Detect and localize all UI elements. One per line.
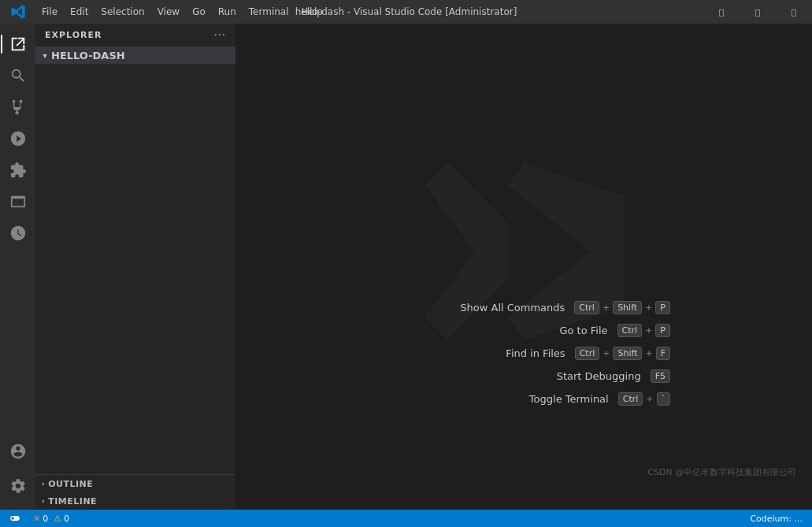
key-ctrl-4: Ctrl (618, 392, 643, 406)
shortcut-label-debug: Start Debugging (557, 370, 641, 382)
extensions-activity-icon[interactable] (4, 156, 32, 184)
menu-file[interactable]: File (35, 3, 64, 20)
remote-explorer-activity-icon[interactable] (4, 187, 32, 216)
csdn-watermark: CSDN @中亿丰数字科技集团有限公司 (647, 466, 796, 478)
editor-area: Show All Commands Ctrl + Shift + P Go to… (236, 24, 812, 510)
key-ctrl-2: Ctrl (617, 324, 643, 337)
shortcut-find-files: Find in Files Ctrl + Shift + F (460, 347, 670, 360)
timeline-arrow: › (42, 497, 45, 505)
main-area: EXPLORER ··· ▾ HELLO-DASH › OUTLINE › TI… (0, 24, 812, 510)
shortcuts-panel: Show All Commands Ctrl + Shift + P Go to… (460, 301, 670, 415)
explorer-tree: ▾ HELLO-DASH (35, 46, 235, 474)
status-bar: ✕ 0 ⚠ 0 Codeium: ... (0, 510, 812, 527)
remote-status-item[interactable] (6, 510, 24, 527)
warning-icon: ⚠ (54, 514, 61, 524)
activity-bar (0, 24, 35, 510)
outline-arrow: › (42, 480, 45, 488)
menu-edit[interactable]: Edit (64, 3, 95, 20)
warning-count: 0 (64, 514, 69, 524)
shortcut-debug: Start Debugging F5 (460, 369, 670, 383)
menu-help[interactable]: Help (295, 3, 329, 20)
error-icon: ✕ (33, 514, 40, 524)
shortcut-keys-find-files: Ctrl + Shift + F (575, 347, 670, 360)
shortcut-label-show-commands: Show All Commands (460, 302, 565, 314)
error-count: 0 (43, 514, 48, 524)
status-bar-right: Codeium: ... (747, 510, 806, 527)
shortcut-keys-go-to-file: Ctrl + P (617, 324, 670, 337)
key-shift-3: Shift (613, 347, 642, 360)
accounts-activity-icon[interactable] (4, 437, 32, 466)
tree-root-arrow: ▾ (39, 49, 51, 61)
menu-run[interactable]: Run (212, 3, 243, 20)
shortcut-keys-debug: F5 (651, 369, 670, 383)
errors-status-item[interactable]: ✕ 0 ⚠ 0 (30, 510, 72, 527)
shortcut-keys-terminal: Ctrl + ` (618, 392, 670, 406)
sidebar-panels: › OUTLINE › TIMELINE (35, 474, 235, 510)
shortcut-label-find-files: Find in Files (506, 347, 565, 359)
shortcut-label-go-to-file: Go to File (559, 325, 607, 336)
timeline-activity-icon[interactable] (4, 219, 32, 247)
key-backtick: ` (657, 392, 671, 406)
codeium-status-item[interactable]: Codeium: ... (747, 510, 806, 527)
shortcut-go-to-file: Go to File Ctrl + P (460, 324, 670, 337)
key-f-3: F (656, 347, 670, 360)
timeline-panel-header[interactable]: › TIMELINE (35, 492, 235, 510)
menu-view[interactable]: View (151, 3, 186, 20)
shortcut-label-terminal: Toggle Terminal (529, 393, 609, 405)
outline-label: OUTLINE (48, 479, 93, 489)
restore-button[interactable]:  (740, 0, 776, 24)
shortcut-terminal: Toggle Terminal Ctrl + ` (460, 392, 670, 406)
activity-bar-bottom (4, 437, 32, 510)
key-p-2: P (655, 324, 670, 337)
settings-activity-icon[interactable] (4, 472, 32, 500)
explorer-title: EXPLORER (45, 30, 102, 40)
window-controls:    (703, 0, 812, 24)
explorer-activity-icon[interactable] (4, 30, 32, 58)
menu-bar: File Edit Selection View Go Run Terminal… (35, 3, 703, 20)
key-ctrl-3: Ctrl (575, 347, 600, 360)
run-debug-activity-icon[interactable] (4, 124, 32, 153)
sidebar: EXPLORER ··· ▾ HELLO-DASH › OUTLINE › TI… (35, 24, 236, 510)
tree-root-label: HELLO-DASH (51, 50, 125, 61)
menu-terminal[interactable]: Terminal (243, 3, 295, 20)
search-activity-icon[interactable] (4, 61, 32, 90)
title-bar: File Edit Selection View Go Run Terminal… (0, 0, 812, 24)
minimize-button[interactable]:  (703, 0, 740, 24)
key-p-1: P (655, 301, 670, 314)
app-icon (0, 4, 35, 20)
timeline-label: TIMELINE (48, 496, 97, 507)
menu-go[interactable]: Go (186, 3, 212, 20)
status-bar-left: ✕ 0 ⚠ 0 (6, 510, 72, 527)
shortcut-show-commands: Show All Commands Ctrl + Shift + P (460, 301, 670, 314)
explorer-actions[interactable]: ··· (213, 30, 226, 40)
menu-selection[interactable]: Selection (95, 3, 150, 20)
key-f5: F5 (651, 369, 670, 383)
shortcut-keys-show-commands: Ctrl + Shift + P (574, 301, 670, 314)
tree-root-item[interactable]: ▾ HELLO-DASH (35, 46, 235, 64)
source-control-activity-icon[interactable] (4, 93, 32, 121)
key-shift-1: Shift (613, 301, 642, 314)
close-button[interactable]:  (776, 0, 812, 24)
explorer-header: EXPLORER ··· (35, 24, 235, 46)
outline-panel-header[interactable]: › OUTLINE (35, 475, 235, 492)
key-ctrl-1: Ctrl (574, 301, 599, 314)
